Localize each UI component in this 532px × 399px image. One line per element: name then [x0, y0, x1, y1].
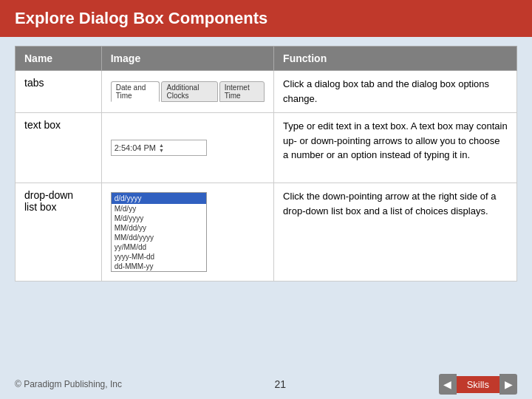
row3-name: drop-down list box	[16, 183, 102, 282]
prev-button[interactable]: ◀	[439, 374, 457, 395]
footer: © Paradigm Publishing, Inc 21 ◀ Skills ▶	[0, 369, 532, 399]
textbox-image: 2:54:04 PM ▲ ▼	[111, 140, 207, 156]
dropdown-item[interactable]: dd-MMM-yy	[112, 262, 206, 271]
row3-image: d/d/yyyy M/d/yy M/d/yyyy MM/dd/yy MM/dd/…	[101, 183, 273, 282]
header: Explore Dialog Box Components	[0, 0, 532, 37]
row2-name: text box	[16, 113, 102, 183]
dropdown-selected: d/d/yyyy	[112, 193, 206, 204]
skills-nav: ◀ Skills ▶	[439, 374, 517, 395]
dropdown-item[interactable]: MM/dd/yy	[112, 223, 206, 233]
row3-function: Click the down-pointing arrow at the rig…	[274, 183, 517, 282]
skills-button[interactable]: Skills	[457, 376, 499, 393]
dropdown-item[interactable]: M/d/yyyy	[112, 214, 206, 223]
copyright-text: © Paradigm Publishing, Inc	[15, 379, 122, 389]
col-image: Image	[101, 47, 273, 71]
dropdown-item[interactable]: MM/dd/yyyy	[112, 233, 206, 242]
table-header-row: Name Image Function	[16, 47, 517, 71]
row1-image: Date and Time Additional Clocks Internet…	[101, 71, 273, 113]
table-row: drop-down list box d/d/yyyy M/d/yy M/d/y…	[16, 183, 517, 282]
table-row: text box 2:54:04 PM ▲ ▼ Ty	[16, 113, 517, 183]
page: Explore Dialog Box Components Name Image…	[0, 0, 532, 399]
textbox-value: 2:54:04 PM	[115, 143, 156, 152]
spinner-arrows[interactable]: ▲ ▼	[159, 143, 164, 153]
dropdown-item[interactable]: yy/MM/dd	[112, 242, 206, 252]
row1-function: Click a dialog box tab and the dialog bo…	[274, 71, 517, 113]
tab3[interactable]: Internet Time	[219, 81, 265, 102]
dropdown-image[interactable]: d/d/yyyy M/d/yy M/d/yyyy MM/dd/yy MM/dd/…	[111, 192, 207, 272]
tab-image: Date and Time Additional Clocks Internet…	[111, 81, 265, 102]
row2-function: Type or edit text in a text box. A text …	[274, 113, 517, 183]
row2-image: 2:54:04 PM ▲ ▼	[101, 113, 273, 183]
spinner-down[interactable]: ▼	[159, 148, 164, 153]
page-title: Explore Dialog Box Components	[15, 9, 267, 28]
main-content: Name Image Function tabs Date and Time A…	[0, 37, 532, 289]
spinner-up[interactable]: ▲	[159, 143, 164, 148]
col-function: Function	[274, 47, 517, 71]
tab2[interactable]: Additional Clocks	[161, 81, 217, 102]
tab1[interactable]: Date and Time	[111, 81, 160, 102]
page-number: 21	[275, 378, 287, 390]
col-name: Name	[16, 47, 102, 71]
table-row: tabs Date and Time Additional Clocks Int…	[16, 71, 517, 113]
dropdown-item[interactable]: M/d/yy	[112, 204, 206, 214]
dropdown-item[interactable]: yyyy-MM-dd	[112, 252, 206, 262]
components-table: Name Image Function tabs Date and Time A…	[15, 46, 517, 282]
next-button[interactable]: ▶	[499, 374, 517, 395]
row1-name: tabs	[16, 71, 102, 113]
